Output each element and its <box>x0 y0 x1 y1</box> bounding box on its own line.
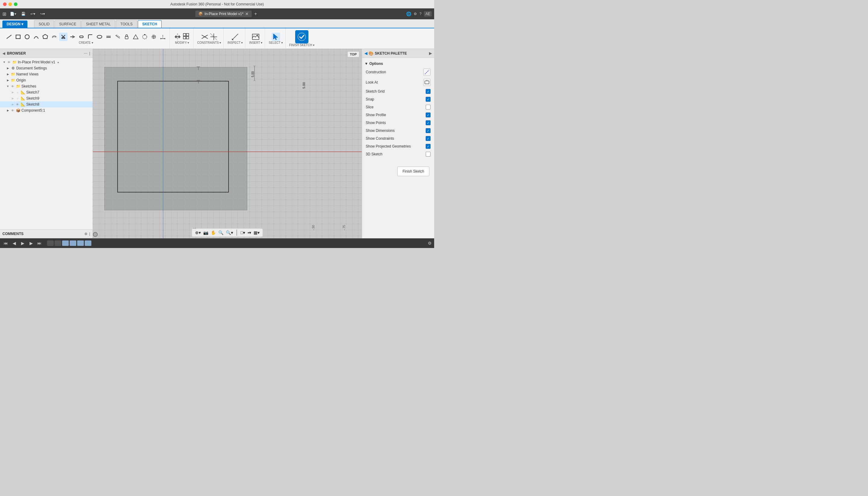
eye-icon-sketches[interactable]: 👁 <box>11 84 15 88</box>
circle-tool[interactable] <box>23 33 31 41</box>
save-button[interactable]: 💾 <box>20 11 27 17</box>
comments-panel-toggle[interactable]: | <box>89 232 90 236</box>
close-window-button[interactable] <box>3 2 6 6</box>
snap-checkbox[interactable] <box>426 97 431 102</box>
eye-icon-root[interactable]: 👁 <box>7 60 11 64</box>
insert-image-tool[interactable] <box>252 33 260 41</box>
sketch-handle[interactable] <box>93 232 98 237</box>
anim-first-button[interactable]: ⏮ <box>2 240 9 247</box>
zoom-fit-btn[interactable]: 🔍▾ <box>226 230 233 235</box>
tree-item-sketches[interactable]: ▼ 👁 📁 Sketches <box>0 83 93 89</box>
tree-item-doc-settings[interactable]: ▶ ⚙ Document Settings <box>0 65 93 71</box>
anim-prev-button[interactable]: ◀ <box>11 240 17 247</box>
tree-arrow-sk7[interactable]: ▶ <box>11 91 15 94</box>
rect-pattern-tool[interactable] <box>182 33 191 41</box>
vis-icon-sk8[interactable]: 👁 <box>15 102 20 107</box>
app-grid-icon[interactable]: ⊞ <box>2 11 6 17</box>
tree-arrow-sk8[interactable]: ▶ <box>11 103 15 106</box>
slot-tool[interactable] <box>77 33 86 41</box>
timeline-icon-3[interactable] <box>62 241 69 246</box>
circular-pattern-tool[interactable] <box>141 33 149 41</box>
sketch-outer-rectangle[interactable]: 5.00 <box>104 67 247 210</box>
finish-sketch-group-label[interactable]: FINISH SKETCH ▾ <box>289 44 315 47</box>
fillet-tool[interactable] <box>86 33 95 41</box>
pan-tool-btn[interactable]: ✋ <box>211 230 216 235</box>
tab-solid[interactable]: SOLID <box>34 20 54 28</box>
project-tool[interactable] <box>149 33 158 41</box>
origin-display-btn[interactable]: ⊕▾ <box>195 230 201 235</box>
extend-tool[interactable] <box>68 33 77 41</box>
display-mode-btn[interactable]: 📷 <box>203 230 208 235</box>
tree-item-sketch7[interactable]: ▶ ○ 📐 Sketch7 <box>0 89 93 95</box>
dimension-tool[interactable] <box>159 33 167 41</box>
timeline-icon-1[interactable] <box>47 241 54 246</box>
timeline-settings-icon[interactable]: ⚙ <box>428 241 432 246</box>
tab-sheet-metal[interactable]: SHEET METAL <box>81 20 115 28</box>
line-tool[interactable] <box>5 33 13 41</box>
tree-arrow-sketches[interactable]: ▼ <box>6 84 10 88</box>
window-controls[interactable] <box>3 2 17 6</box>
parallel-tool[interactable] <box>113 33 122 41</box>
mirror-line-tool[interactable] <box>173 33 182 41</box>
file-button[interactable]: 📄▾ <box>9 11 17 17</box>
tree-arrow-sk9[interactable]: ▶ <box>11 96 15 100</box>
show-dimensions-checkbox[interactable] <box>426 128 431 133</box>
browser-panel-toggle[interactable]: | <box>89 51 90 56</box>
tree-arrow-doc[interactable]: ▶ <box>6 66 10 70</box>
maximize-window-button[interactable] <box>14 2 17 6</box>
construction-button[interactable] <box>423 68 431 76</box>
eye-icon-comp5[interactable]: 👁 <box>11 108 15 112</box>
zoom-btn[interactable]: 🔍 <box>218 230 223 235</box>
polygon-tool[interactable] <box>41 33 49 41</box>
grid-settings-btn[interactable]: ▦▾ <box>254 230 260 235</box>
minimize-window-button[interactable] <box>9 2 12 6</box>
constraints-group-label[interactable]: CONSTRAINTS ▾ <box>197 41 221 44</box>
add-tab-button[interactable]: + <box>254 11 257 17</box>
sketch-grid-checkbox[interactable] <box>426 89 431 94</box>
inspect-group-label[interactable]: INSPECT ▾ <box>227 41 243 44</box>
offset-curve-tool[interactable] <box>50 33 59 41</box>
browser-collapse-icon[interactable]: ◀ <box>2 51 5 56</box>
tree-item-named-views[interactable]: ▶ 📁 Named Views <box>0 71 93 77</box>
measure-tool[interactable] <box>231 33 239 41</box>
timeline-icon-4[interactable] <box>70 241 76 246</box>
tree-arrow-origin[interactable]: ▶ <box>6 78 10 82</box>
comments-options[interactable]: ⊕ <box>84 232 87 236</box>
model-tab[interactable]: 📦 In-Place Print Model v1* ✕ <box>195 11 252 17</box>
options-section-header[interactable]: ▼ Options <box>365 60 432 67</box>
sketch-inner-rectangle[interactable] <box>117 81 229 192</box>
browser-options-icon[interactable]: ⋯ <box>84 51 87 56</box>
tab-surface[interactable]: SURFACE <box>54 20 81 28</box>
top-view-badge[interactable]: TOP <box>347 51 359 57</box>
design-dropdown-button[interactable]: DESIGN ▾ <box>2 20 28 28</box>
anim-play-button[interactable]: ▶ <box>19 240 26 247</box>
coincident-tool[interactable] <box>200 33 209 41</box>
select-tool[interactable] <box>272 33 280 41</box>
display-settings-btn[interactable]: ▪▾ <box>247 230 251 235</box>
insert-group-label[interactable]: INSERT ▾ <box>249 41 262 44</box>
redo-button[interactable]: ↪▾ <box>39 11 46 17</box>
timeline-icon-6[interactable] <box>85 241 91 246</box>
vis-icon-sk7[interactable]: ○ <box>15 90 20 94</box>
collinear-tool[interactable] <box>210 33 218 41</box>
show-profile-checkbox[interactable] <box>426 112 431 118</box>
look-at-button[interactable] <box>423 79 431 86</box>
tree-item-sketch8[interactable]: ▶ 👁 📐 Sketch8 <box>0 102 93 107</box>
arc-tool[interactable] <box>32 33 41 41</box>
trim-tool[interactable] <box>59 33 67 41</box>
lock-tool[interactable] <box>123 33 131 41</box>
equal-tool[interactable] <box>104 33 113 41</box>
view-cube-btn[interactable]: □▾ <box>241 230 245 235</box>
tree-item-component5[interactable]: ▶ 👁 📦 Component5:1 <box>0 107 93 113</box>
settings-icon[interactable]: ⚙ <box>414 12 417 16</box>
timeline-icon-5[interactable] <box>77 241 84 246</box>
show-constraints-checkbox[interactable] <box>426 136 431 141</box>
tree-item-sketch9[interactable]: ▶ ○ 📐 Sketch9 <box>0 95 93 102</box>
help-icon[interactable]: ? <box>419 12 421 16</box>
3d-sketch-checkbox[interactable] <box>426 152 431 157</box>
show-projected-checkbox[interactable] <box>426 144 431 149</box>
user-avatar[interactable]: AE <box>424 11 432 17</box>
tab-tools[interactable]: TOOLS <box>116 20 137 28</box>
undo-button[interactable]: ↩▾ <box>29 11 36 17</box>
select-group-label[interactable]: SELECT ▾ <box>269 41 283 44</box>
